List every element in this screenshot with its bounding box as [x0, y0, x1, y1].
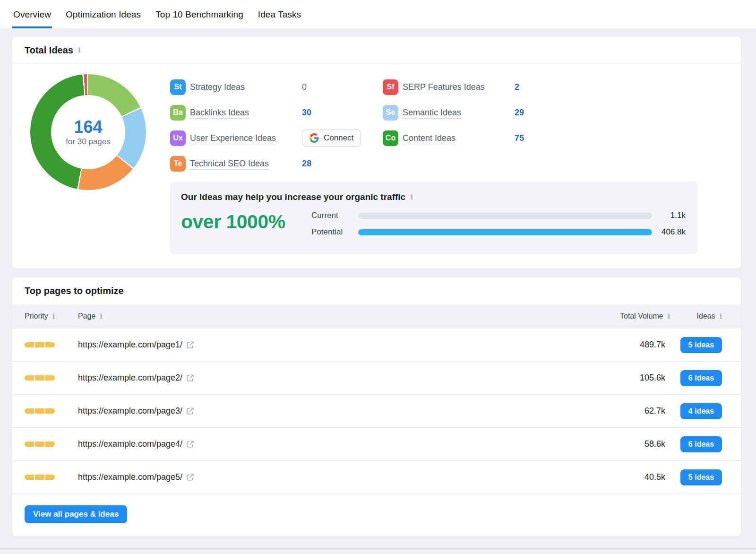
- table-row: https://example.com/page4/ 58.6k 6 ideas: [12, 427, 741, 460]
- content-ideas-icon: Co: [383, 130, 398, 146]
- technical-seo-ideas-link[interactable]: Technical SEO Ideas: [190, 159, 269, 170]
- technical-seo-ideas-count: 28: [302, 159, 311, 169]
- serp-features-ideas-icon: Sf: [383, 79, 398, 95]
- content-ideas-count: 75: [515, 133, 524, 143]
- info-icon[interactable]: i: [720, 313, 722, 320]
- traffic-increase-value: over 1000%: [181, 208, 311, 242]
- top-pages-title: Top pages to optimize: [25, 286, 124, 296]
- top-pages-card: Top pages to optimize Priorityi Pagei To…: [12, 277, 741, 537]
- ideas-column-left: St Strategy Ideas 0 Ba Backlinks Ideas 3…: [170, 74, 383, 176]
- info-icon[interactable]: i: [78, 47, 81, 54]
- priority-indicator: [25, 441, 55, 447]
- page-url-link[interactable]: https://example.com/page4/: [78, 439, 182, 449]
- priority-indicator: [25, 342, 55, 347]
- tab-optimization-ideas[interactable]: Optimization Ideas: [65, 9, 142, 28]
- backlinks-ideas-icon: Ba: [170, 105, 186, 121]
- table-row: https://example.com/page5/ 40.5k 5 ideas: [12, 460, 741, 493]
- table-header-row: Priorityi Pagei Total Volumei Ideasi: [12, 304, 741, 328]
- total-volume-value: 105.6k: [594, 373, 670, 383]
- idea-row-technical-seo: Te Technical SEO Ideas 28: [170, 151, 383, 176]
- content-ideas-link[interactable]: Content Ideas: [403, 133, 455, 144]
- potential-traffic-bar: [358, 229, 652, 235]
- backlinks-ideas-link[interactable]: Backlinks Ideas: [190, 108, 249, 119]
- donut-subtitle: for 30 pages: [66, 137, 111, 147]
- user-experience-ideas-icon: Ux: [170, 130, 186, 146]
- ideas-column-header: Ideas: [697, 312, 715, 320]
- priority-indicator: [25, 475, 55, 480]
- total-volume-value: 62.7k: [594, 406, 670, 416]
- semantic-ideas-link[interactable]: Semantic Ideas: [403, 108, 461, 119]
- ideas-count-button[interactable]: 5 ideas: [680, 469, 722, 485]
- google-connect-button[interactable]: Connect: [302, 130, 361, 147]
- ideas-column-right: Sf SERP Features Ideas 2 Se Semantic Ide…: [383, 74, 595, 176]
- current-traffic-bar-row: Current 1.1k: [311, 209, 687, 222]
- traffic-panel-title: Our ideas may help you increase your org…: [181, 192, 405, 202]
- total-volume-value: 40.5k: [594, 472, 670, 482]
- page-column-header: Page: [78, 312, 95, 320]
- table-row: https://example.com/page3/ 62.7k 4 ideas: [12, 394, 741, 427]
- table-row: https://example.com/page1/ 489.7k 5 idea…: [12, 328, 741, 361]
- total-volume-value: 489.7k: [594, 340, 670, 350]
- ideas-count-button[interactable]: 5 ideas: [680, 337, 722, 353]
- external-link-icon[interactable]: [186, 407, 194, 415]
- view-all-pages-button[interactable]: View all pages & ideas: [25, 505, 127, 523]
- current-traffic-bar: [358, 213, 652, 219]
- serp-features-ideas-link[interactable]: SERP Features Ideas: [403, 82, 485, 93]
- semantic-ideas-count: 29: [515, 108, 524, 118]
- info-icon[interactable]: i: [52, 313, 55, 320]
- idea-row-backlinks: Ba Backlinks Ideas 30: [170, 100, 383, 125]
- page-url-link[interactable]: https://example.com/page2/: [78, 373, 182, 383]
- external-link-icon[interactable]: [186, 440, 194, 448]
- current-traffic-value: 1.1k: [652, 211, 687, 220]
- potential-traffic-label: Potential: [311, 227, 358, 237]
- idea-row-content: Co Content Ideas 75: [383, 125, 595, 151]
- strategy-ideas-icon: St: [170, 79, 186, 95]
- priority-column-header: Priority: [25, 312, 48, 320]
- volume-column-header: Total Volume: [620, 312, 663, 320]
- google-logo-icon: [309, 133, 319, 143]
- idea-row-semantic: Se Semantic Ideas 29: [383, 100, 595, 125]
- strategy-ideas-count: 0: [302, 82, 307, 92]
- idea-row-serp-features: Sf SERP Features Ideas 2: [383, 74, 595, 100]
- ideas-count-button[interactable]: 6 ideas: [680, 370, 722, 386]
- page-url-link[interactable]: https://example.com/page5/: [78, 472, 182, 482]
- external-link-icon[interactable]: [186, 374, 194, 382]
- priority-indicator: [25, 408, 55, 414]
- potential-traffic-value: 406.8k: [652, 227, 687, 237]
- donut-total-value: 164: [74, 118, 102, 137]
- strategy-ideas-link[interactable]: Strategy Ideas: [190, 82, 245, 93]
- user-experience-ideas-link[interactable]: User Experience Ideas: [190, 133, 276, 144]
- bottom-divider: [0, 548, 756, 549]
- tab-overview[interactable]: Overview: [12, 9, 52, 28]
- serp-features-ideas-count: 2: [515, 82, 519, 92]
- page-url-link[interactable]: https://example.com/page1/: [78, 340, 182, 350]
- ideas-count-button[interactable]: 4 ideas: [680, 403, 722, 419]
- ideas-donut-chart[interactable]: 164 for 30 pages: [30, 74, 146, 190]
- idea-row-strategy: St Strategy Ideas 0: [170, 74, 383, 100]
- potential-traffic-bar-row: Potential 406.8k: [311, 225, 687, 239]
- total-volume-value: 58.6k: [594, 439, 670, 449]
- page-url-link[interactable]: https://example.com/page3/: [78, 406, 182, 416]
- total-ideas-title: Total Ideas: [25, 45, 73, 56]
- idea-row-user-experience: Ux User Experience Ideas: [170, 125, 383, 151]
- priority-indicator: [25, 375, 55, 381]
- tab-top-10-benchmarking[interactable]: Top 10 Benchmarking: [155, 9, 244, 28]
- tab-idea-tasks[interactable]: Idea Tasks: [257, 9, 302, 28]
- info-icon[interactable]: i: [100, 313, 102, 320]
- traffic-forecast-panel: Our ideas may help you increase your org…: [170, 182, 698, 254]
- current-traffic-label: Current: [311, 211, 358, 220]
- total-ideas-card: Total Ideas i 164 for 30 pages St: [12, 37, 741, 268]
- info-icon[interactable]: i: [410, 194, 413, 201]
- ideas-count-button[interactable]: 6 ideas: [680, 436, 722, 452]
- external-link-icon[interactable]: [186, 473, 194, 481]
- semantic-ideas-icon: Se: [383, 105, 398, 121]
- technical-seo-ideas-icon: Te: [170, 156, 186, 172]
- table-row: https://example.com/page2/ 105.6k 6 idea…: [12, 361, 741, 394]
- tab-bar: Overview Optimization Ideas Top 10 Bench…: [0, 0, 756, 28]
- page-bottom-gap: [12, 537, 741, 548]
- backlinks-ideas-count: 30: [302, 108, 311, 118]
- external-link-icon[interactable]: [186, 341, 194, 349]
